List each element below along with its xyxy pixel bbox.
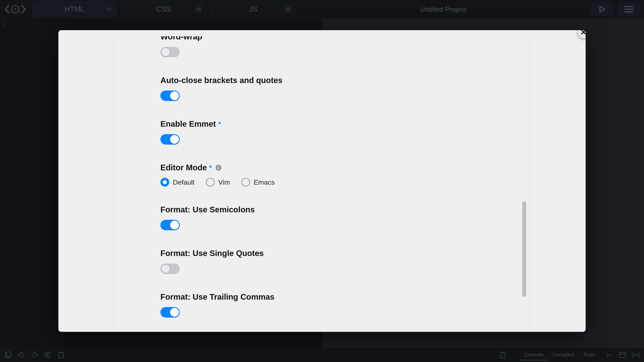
radio-icon [160,178,169,187]
radio-editor-mode-vim[interactable]: Vim [206,178,230,187]
toggle-word-wrap[interactable] [160,47,180,57]
settings-scroll-area[interactable]: Word-wrap Auto-close brackets and quotes… [114,36,530,326]
required-asterisk: * [218,120,221,128]
setting-editor-mode: Editor Mode * i Default Vim [160,163,514,187]
toggle-single-quotes[interactable] [160,264,180,274]
radio-editor-mode-emacs[interactable]: Emacs [241,178,275,187]
setting-label: Editor Mode [160,163,207,172]
radio-label: Default [173,178,194,186]
close-icon: ✕ [580,30,586,37]
scrollbar-thumb[interactable] [522,201,526,297]
toggle-auto-close[interactable] [160,90,180,101]
setting-semicolons: Format: Use Semicolons [160,205,514,230]
setting-label: Format: Use Trailing Commas [160,292,274,302]
setting-label: Format: Use Single Quotes [160,249,264,258]
modal-overlay[interactable]: ✕ Word-wrap Auto-close brackets and quot… [0,0,644,362]
settings-modal: ✕ Word-wrap Auto-close brackets and quot… [58,30,586,332]
setting-single-quotes: Format: Use Single Quotes [160,249,514,274]
setting-label: Auto-close brackets and quotes [160,76,282,85]
toggle-emmet[interactable] [160,134,180,145]
radio-icon [241,178,250,187]
radio-label: Emacs [254,178,275,186]
setting-word-wrap: Word-wrap [160,36,514,57]
scrollbar[interactable] [522,36,527,326]
setting-enable-emmet: Enable Emmet * [160,119,514,145]
radio-editor-mode-default[interactable]: Default [160,178,194,187]
close-button[interactable]: ✕ [578,30,586,38]
setting-auto-close: Auto-close brackets and quotes [160,76,514,101]
setting-trailing-commas: Format: Use Trailing Commas [160,292,514,318]
toggle-trailing-commas[interactable] [160,307,180,318]
setting-label: Format: Use Semicolons [160,205,255,214]
setting-label: Word-wrap [160,36,202,41]
info-icon[interactable]: i [216,165,222,171]
required-asterisk: * [209,164,212,172]
radio-label: Vim [218,178,230,186]
toggle-semicolons[interactable] [160,220,180,230]
radio-icon [206,178,215,187]
setting-label: Enable Emmet [160,119,216,128]
